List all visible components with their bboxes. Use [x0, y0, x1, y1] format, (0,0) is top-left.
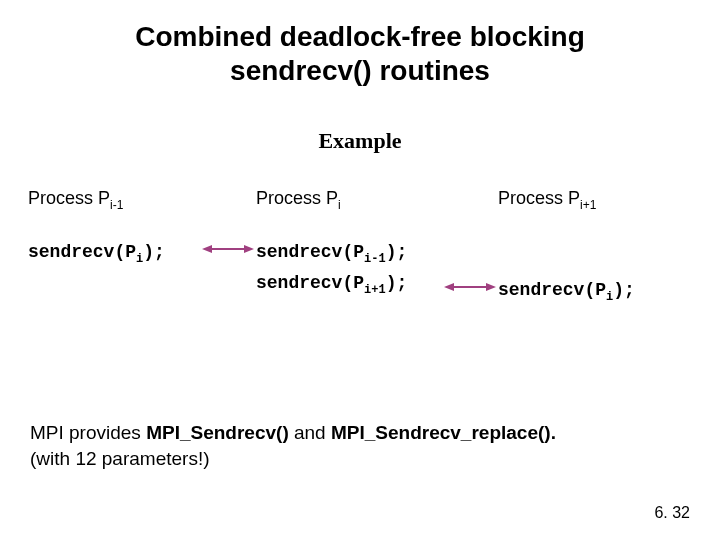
- code-right-2: sendrecv(Pi);: [498, 280, 708, 304]
- proc-prefix: Process P: [28, 188, 110, 208]
- code-mid-1: sendrecv(Pi-1);: [256, 242, 476, 266]
- code-mid-2: sendrecv(Pi+1);: [256, 273, 476, 297]
- code-suffix: );: [386, 273, 408, 293]
- page-number: 6. 32: [654, 504, 690, 522]
- proc-sub: i-1: [110, 198, 123, 212]
- svg-marker-1: [202, 245, 212, 253]
- code-sub: i-1: [364, 251, 386, 265]
- slide: Combined deadlock-free blocking sendrecv…: [0, 0, 720, 540]
- proc-sub: i+1: [580, 198, 596, 212]
- code-suffix: );: [613, 280, 635, 300]
- body-line-2: (with 12 parameters!): [30, 448, 210, 469]
- mpi-fn-1: MPI_Sendrecv(): [146, 422, 289, 443]
- proc-prefix: Process P: [256, 188, 338, 208]
- code-suffix: );: [143, 242, 165, 262]
- process-column-right: Process Pi+1 sendrecv(Pi);: [498, 188, 708, 303]
- process-column-mid: Process Pi sendrecv(Pi-1); sendrecv(Pi+1…: [256, 188, 476, 297]
- process-label-left: Process Pi-1: [28, 188, 238, 212]
- body-mid: and: [289, 422, 331, 443]
- svg-marker-4: [444, 283, 454, 291]
- svg-marker-2: [244, 245, 254, 253]
- double-arrow-icon: [202, 242, 254, 256]
- code-prefix: sendrecv(P: [498, 280, 606, 300]
- code-sub: i+1: [364, 283, 386, 297]
- body-text: MPI provides MPI_Sendrecv() and MPI_Send…: [30, 420, 690, 471]
- title-line-1: Combined deadlock-free blocking: [135, 21, 585, 52]
- body-pre: MPI provides: [30, 422, 146, 443]
- example-heading: Example: [0, 128, 720, 154]
- code-suffix: );: [386, 242, 408, 262]
- double-arrow-icon: [444, 280, 496, 294]
- code-prefix: sendrecv(P: [256, 273, 364, 293]
- proc-prefix: Process P: [498, 188, 580, 208]
- mpi-fn-2: MPI_Sendrecv_replace().: [331, 422, 556, 443]
- proc-sub: i: [338, 198, 341, 212]
- process-label-right: Process Pi+1: [498, 188, 708, 212]
- slide-title: Combined deadlock-free blocking sendrecv…: [0, 20, 720, 87]
- svg-marker-5: [486, 283, 496, 291]
- process-label-mid: Process Pi: [256, 188, 476, 212]
- code-prefix: sendrecv(P: [28, 242, 136, 262]
- code-prefix: sendrecv(P: [256, 242, 364, 262]
- title-line-2: sendrecv() routines: [230, 55, 490, 86]
